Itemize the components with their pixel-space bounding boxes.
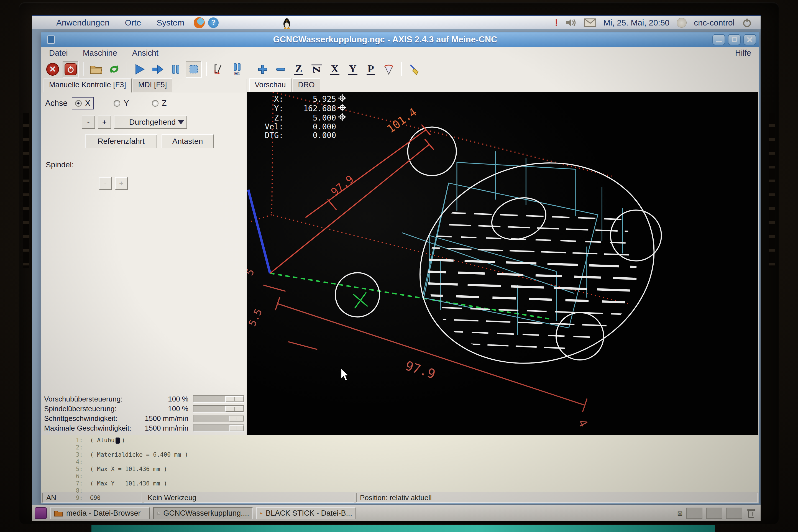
- feed-override-slider[interactable]: [193, 395, 244, 403]
- menu-orte[interactable]: Orte: [125, 18, 141, 27]
- toolpath-walls: [402, 151, 623, 335]
- power-icon[interactable]: [742, 17, 752, 28]
- gcode-line[interactable]: 6:: [64, 473, 759, 480]
- gcode-listing[interactable]: 1:( Alubür ) 2: 3:( Materialdicke = 6.40…: [41, 435, 759, 492]
- pause-button[interactable]: [168, 61, 184, 78]
- open-file-button[interactable]: [88, 61, 104, 78]
- jog-minus-button[interactable]: -: [82, 116, 95, 129]
- line-number: 5:: [64, 466, 83, 473]
- gcode-line[interactable]: 4:: [64, 459, 759, 466]
- view-perspective-button[interactable]: P: [363, 61, 379, 78]
- optional-stop-toggle[interactable]: M1: [229, 61, 245, 78]
- jog-mode-value: Durchgehend: [129, 118, 176, 127]
- stop-button[interactable]: [186, 61, 202, 78]
- spindle-plus-button[interactable]: +: [115, 177, 128, 190]
- spindle-minus-button[interactable]: -: [99, 177, 112, 190]
- reload-button[interactable]: [106, 61, 122, 78]
- tab-preview[interactable]: Vorschau: [249, 78, 291, 93]
- home-axis-button[interactable]: Referenzfahrt: [85, 134, 157, 148]
- view-top-button[interactable]: Z: [291, 61, 307, 78]
- menu-maschine[interactable]: Maschine: [83, 49, 117, 58]
- gcode-line[interactable]: 7:( Max Y = 101.436 mm ): [64, 480, 759, 488]
- line-number: 1:: [64, 437, 83, 444]
- rotate-view-button[interactable]: [381, 61, 397, 78]
- slider-handle[interactable]: [229, 416, 244, 421]
- volume-icon[interactable]: [565, 18, 577, 28]
- override-sliders: Vorschubübersteuerung: 100 % Spindelüber…: [44, 394, 244, 433]
- homed-icon: [338, 113, 346, 121]
- slider-handle[interactable]: [225, 406, 244, 412]
- username[interactable]: cnc-control: [694, 18, 735, 27]
- menu-anwendungen[interactable]: Anwendungen: [56, 18, 110, 27]
- menu-hilfe[interactable]: Hilfe: [735, 49, 751, 58]
- view-side-button[interactable]: X: [327, 61, 343, 78]
- view-top-icon: Z: [294, 63, 303, 75]
- gnome-top-panel: Anwendungen Orte System ? !: [32, 15, 761, 29]
- clear-plot-button[interactable]: [406, 61, 422, 78]
- slider-handle[interactable]: [229, 425, 244, 431]
- workspace-3[interactable]: [726, 508, 742, 519]
- tab-manual-control[interactable]: Manuelle Kontrolle [F3]: [43, 78, 132, 93]
- mail-icon[interactable]: [584, 18, 596, 27]
- skip-lines-toggle[interactable]: [211, 61, 227, 78]
- titlebar[interactable]: GCNCWasserkupplung.ngc - AXIS 2.4.3 auf …: [41, 33, 759, 47]
- trash-icon[interactable]: [746, 508, 756, 519]
- axis-radio-z[interactable]: Z: [149, 97, 170, 109]
- gcode-line[interactable]: 5:( Max X = 101.436 mm ): [64, 466, 759, 473]
- axis-radio-x[interactable]: X: [72, 97, 94, 110]
- view-rotated-top-button[interactable]: Z: [309, 61, 325, 78]
- max-velocity-slider[interactable]: [193, 424, 244, 432]
- gcode-line[interactable]: 8:: [64, 488, 759, 495]
- alert-icon[interactable]: !: [555, 17, 558, 28]
- jog-plus-button[interactable]: +: [98, 116, 111, 129]
- clock[interactable]: Mi, 25. Mai, 20:50: [604, 18, 669, 27]
- menu-ansicht[interactable]: Ansicht: [132, 49, 158, 58]
- task-black-stick[interactable]: BLACK STICK - Datei-B...: [256, 507, 356, 519]
- view-front-icon: Y: [348, 63, 357, 75]
- jog-speed-slider[interactable]: [193, 415, 244, 422]
- task-axis[interactable]: GCNCWasserkupplung....: [153, 507, 253, 519]
- gcode-line[interactable]: 3:( Materialdicke = 6.400 mm ): [64, 451, 759, 459]
- zoom-in-button[interactable]: [255, 61, 271, 78]
- menu-datei[interactable]: Datei: [49, 49, 68, 58]
- task-label: BLACK STICK - Datei-B...: [266, 509, 352, 518]
- window-minimize-button[interactable]: [712, 34, 725, 45]
- estop-button[interactable]: ✕: [44, 61, 61, 78]
- slider-handle[interactable]: [225, 396, 244, 402]
- run-button[interactable]: [132, 61, 148, 78]
- touch-off-button[interactable]: Antasten: [162, 134, 214, 148]
- preview-panel: Vorschau DRO X:5.925 Y:162.688 Z:5.000 V…: [247, 79, 759, 435]
- tab-dro[interactable]: DRO: [292, 78, 320, 92]
- dro-x-value: 5.925: [283, 95, 336, 103]
- minimize-icon: [716, 41, 722, 42]
- gcode-line[interactable]: 9:G90: [64, 495, 759, 502]
- toolbar: ✕: [41, 59, 759, 79]
- window-maximize-button[interactable]: [728, 34, 741, 45]
- machine-power-button[interactable]: [63, 61, 79, 78]
- help-icon[interactable]: ?: [208, 17, 218, 28]
- menu-system[interactable]: System: [156, 18, 184, 27]
- maximize-icon: [732, 37, 737, 42]
- jog-mode-dropdown[interactable]: Durchgehend: [114, 116, 187, 129]
- gcode-line[interactable]: 2:: [64, 444, 759, 451]
- gcode-line[interactable]: 1:( Alubür ): [64, 437, 759, 444]
- preview-canvas[interactable]: X:5.925 Y:162.688 Z:5.000 Vel:0.000 DTG:…: [247, 92, 758, 435]
- spindle-override-slider[interactable]: [193, 405, 244, 413]
- view-front-button[interactable]: Y: [345, 61, 361, 78]
- window-close-button[interactable]: [743, 34, 756, 45]
- tab-mdi[interactable]: MDI [F5]: [133, 78, 173, 92]
- firefox-icon[interactable]: [194, 17, 205, 28]
- run-step-button[interactable]: [150, 61, 166, 78]
- zoom-out-button[interactable]: [273, 61, 289, 78]
- show-desktop-button[interactable]: [35, 507, 47, 519]
- workspace-1[interactable]: [686, 508, 702, 519]
- dim-label-top: 101.4: [385, 106, 419, 135]
- x-axis-line: [270, 273, 549, 319]
- workspace-2[interactable]: [706, 508, 722, 519]
- user-avatar-icon[interactable]: [677, 18, 687, 28]
- task-media-browser[interactable]: media - Datei-Browser: [50, 507, 150, 519]
- axis-radio-y[interactable]: Y: [111, 97, 132, 109]
- tray-axis-icon[interactable]: ⊠: [678, 509, 682, 518]
- jog-speed-label: Schrittgeschwindigkeit:: [44, 414, 145, 423]
- max-velocity-value: 1500 mm/min: [145, 424, 189, 433]
